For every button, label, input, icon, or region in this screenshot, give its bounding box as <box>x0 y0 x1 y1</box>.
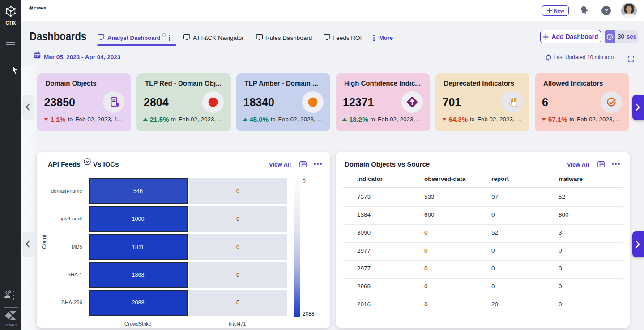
svg-text:CYWARE: CYWARE <box>34 5 47 10</box>
